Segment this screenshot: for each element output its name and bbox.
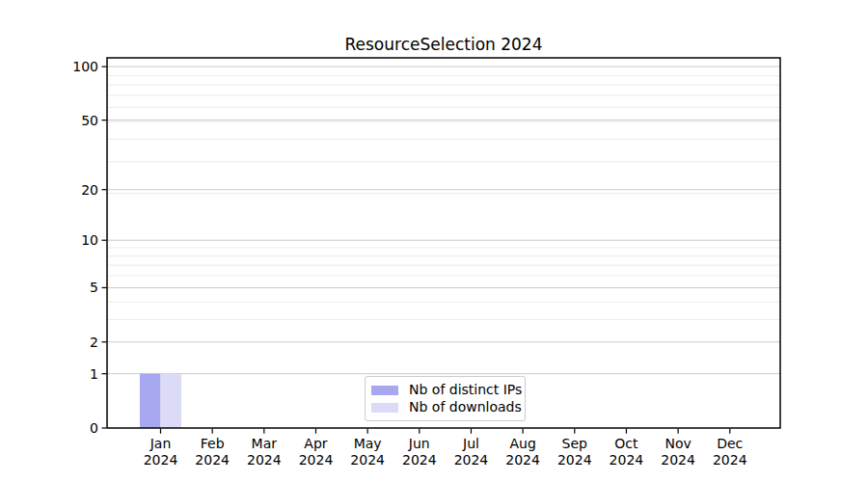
x-tick-label-year: 2024	[247, 452, 282, 468]
x-tick-label-month: Aug	[509, 436, 535, 451]
y-tick-label: 10	[81, 232, 98, 248]
legend: Nb of distinct IPs Nb of downloads	[365, 376, 526, 421]
x-tick-label-month: Oct	[614, 436, 638, 451]
y-tick-label: 5	[90, 280, 98, 295]
x-tick-label-year: 2024	[299, 452, 334, 468]
chart-canvas: ResourceSelection 2024 0125102050100Jan2…	[0, 0, 868, 482]
x-tick-label-month: Apr	[304, 436, 327, 451]
bar-jan-series1	[161, 374, 182, 428]
x-tick-label-year: 2024	[195, 452, 230, 468]
axes-frame	[107, 58, 780, 428]
x-tick-label-month: Sep	[562, 436, 588, 451]
y-tick-label: 0	[90, 420, 98, 436]
bar-jan-series0	[140, 374, 161, 428]
legend-item-downloads: Nb of downloads	[371, 399, 519, 415]
y-tick-label: 20	[81, 182, 98, 198]
x-tick-label-year: 2024	[402, 452, 437, 468]
legend-swatch-distinct-ips	[371, 386, 398, 395]
x-tick-label-year: 2024	[557, 452, 592, 468]
y-tick-label: 100	[72, 59, 98, 74]
x-tick-label-month: Jul	[462, 436, 479, 451]
x-tick-label-month: Jan	[149, 436, 172, 451]
legend-swatch-downloads	[371, 403, 398, 413]
x-tick-label-year: 2024	[144, 452, 178, 468]
legend-label-distinct-ips: Nb of distinct IPs	[409, 382, 522, 398]
x-tick-label-year: 2024	[505, 452, 540, 468]
legend-label-downloads: Nb of downloads	[409, 399, 522, 415]
x-tick-label-month: Dec	[717, 436, 743, 451]
y-tick-label: 1	[90, 366, 98, 382]
x-tick-label-year: 2024	[610, 452, 644, 468]
y-tick-label: 2	[90, 335, 98, 350]
x-tick-label-month: Nov	[665, 436, 691, 451]
x-tick-label-year: 2024	[350, 452, 385, 468]
x-tick-label-month: Mar	[252, 436, 278, 451]
legend-item-distinct-ips: Nb of distinct IPs	[371, 382, 519, 398]
y-tick-label: 50	[81, 113, 98, 128]
x-tick-label-year: 2024	[661, 452, 695, 468]
x-tick-label-year: 2024	[454, 452, 489, 468]
x-tick-label-month: May	[354, 436, 382, 451]
x-tick-label-year: 2024	[713, 452, 747, 468]
x-tick-label-month: Jun	[408, 436, 430, 451]
x-tick-label-month: Feb	[201, 436, 225, 451]
